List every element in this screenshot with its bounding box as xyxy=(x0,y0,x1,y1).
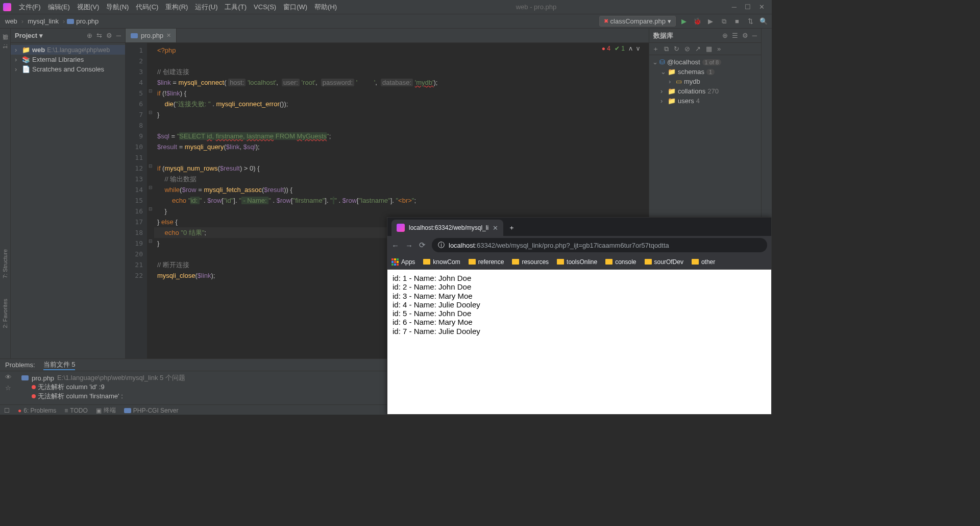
stop-icon[interactable]: ⊘ xyxy=(684,45,690,53)
db-users[interactable]: › 📁 users 4 xyxy=(652,96,758,106)
tree-path: E:\1.language\php\web xyxy=(47,46,110,54)
problems-tab-current-file[interactable]: 当前文件 5 xyxy=(43,360,76,370)
eye-icon[interactable]: 👁 xyxy=(5,373,17,381)
tree-item[interactable]: › 📄 Scratches and Consoles xyxy=(11,64,125,74)
tool-project[interactable]: 1:项目 xyxy=(2,44,9,49)
profiler-button[interactable]: ⧉ xyxy=(719,16,729,27)
app-logo-icon xyxy=(3,3,11,11)
bookmark-item[interactable]: knowCom xyxy=(423,258,460,266)
status-todo[interactable]: ≡ TODO xyxy=(64,407,87,414)
collapse-icon[interactable]: ⇆ xyxy=(96,32,102,39)
bookmark-item[interactable]: reference xyxy=(469,258,504,266)
count-badge: 1 xyxy=(706,69,715,75)
menu-item[interactable]: 重构(R) xyxy=(162,3,191,11)
breadcrumb-item[interactable]: mysql_link xyxy=(26,17,61,25)
run-button[interactable]: ▶ xyxy=(679,16,689,27)
menu-item[interactable]: 编辑(E) xyxy=(44,3,74,11)
browser-nav: ← → ⟳ ⓘ localhost:63342/web/mysql_link/p… xyxy=(387,236,771,254)
gutter: 12345678910111213141516171819202122 xyxy=(126,43,147,358)
folder-icon xyxy=(512,259,519,265)
status-php-cgi[interactable]: PHP-CGI Server xyxy=(124,407,179,414)
filter-icon[interactable]: ☰ xyxy=(732,32,738,39)
main-menu: 文件(F)编辑(E)视图(V)导航(N)代码(C)重构(R)运行(U)工具(T)… xyxy=(15,3,340,12)
more-icon[interactable]: » xyxy=(717,45,721,53)
editor-inspection-status[interactable]: ● 4 ✔ 1 ʌ v xyxy=(602,45,640,52)
db-schema-mydb[interactable]: › ▭ mydb xyxy=(652,77,758,86)
library-icon: 📚 xyxy=(22,56,30,63)
debug-button[interactable]: 🐞 xyxy=(692,16,702,27)
chevron-right-icon: › xyxy=(660,97,666,105)
add-icon[interactable]: ＋ xyxy=(652,44,659,54)
chevron-down-icon[interactable]: ▾ xyxy=(39,32,43,39)
gear-icon[interactable]: ⚙ xyxy=(742,32,748,39)
menu-item[interactable]: 视图(V) xyxy=(74,3,103,11)
vcs-button[interactable]: ⇅ xyxy=(745,16,755,27)
close-icon[interactable]: ✕ xyxy=(759,3,765,11)
minimize-icon[interactable]: ─ xyxy=(732,3,737,11)
tool-favorites[interactable]: 2: Favorites xyxy=(2,299,8,328)
menu-item[interactable]: 文件(F) xyxy=(15,3,44,11)
apps-icon xyxy=(391,258,399,266)
menu-item[interactable]: VCS(S) xyxy=(250,3,280,11)
new-tab-button[interactable]: ＋ xyxy=(503,220,520,236)
menu-item[interactable]: 运行(U) xyxy=(191,3,221,11)
close-tab-icon[interactable]: ✕ xyxy=(166,32,171,39)
close-tab-icon[interactable]: ✕ xyxy=(493,224,498,232)
tree-label: collations xyxy=(678,87,705,95)
hide-icon[interactable]: ─ xyxy=(752,32,757,39)
menu-item[interactable]: 代码(C) xyxy=(132,3,162,11)
folder-icon xyxy=(645,259,652,265)
locate-icon[interactable]: ⊕ xyxy=(722,32,728,39)
search-button[interactable]: 🔍 xyxy=(758,16,769,27)
bookmark-item[interactable]: Apps xyxy=(391,258,415,266)
jump-icon[interactable]: ↗ xyxy=(695,45,701,53)
reload-icon[interactable]: ⟳ xyxy=(419,241,426,250)
count-label: 270 xyxy=(707,87,719,95)
bookmark-item[interactable]: console xyxy=(605,258,636,266)
forward-icon[interactable]: → xyxy=(405,241,413,250)
bookmark-item[interactable]: sourOfDev xyxy=(645,258,683,266)
menu-item[interactable]: 工具(T) xyxy=(221,3,250,11)
breadcrumb-item[interactable]: pro.php xyxy=(74,17,101,25)
stop-button[interactable]: ■ xyxy=(732,16,742,27)
bookmark-item[interactable]: resources xyxy=(512,258,549,266)
run-config-selector[interactable]: ✖ classCompare.php ▾ xyxy=(599,16,676,27)
browser-tab-bar: localhost:63342/web/mysql_li ✕ ＋ xyxy=(387,218,771,236)
menu-item[interactable]: 导航(N) xyxy=(103,3,132,11)
chevron-right-icon: › xyxy=(15,46,20,54)
editor-tab[interactable]: pro.php ✕ xyxy=(126,29,177,42)
coverage-button[interactable]: ▶ xyxy=(705,16,716,27)
tree-root[interactable]: › 📁 web E:\1.language\php\web xyxy=(11,45,125,55)
db-host[interactable]: ⌄ ⛁ @localhost 1 of 8 xyxy=(652,57,758,67)
bookmark-item[interactable]: other xyxy=(692,258,715,266)
table-icon[interactable]: ▦ xyxy=(706,45,712,53)
maximize-icon[interactable]: ☐ xyxy=(745,3,751,11)
menu-item[interactable]: 帮助(H) xyxy=(311,3,340,11)
output-line: id: 5 - Name: John Doe xyxy=(393,309,766,318)
refresh-icon[interactable]: ↻ xyxy=(674,45,679,53)
locate-icon[interactable]: ⊕ xyxy=(87,32,92,39)
folder-icon: 📁 xyxy=(668,68,676,76)
chevron-right-icon: › xyxy=(61,17,67,25)
db-host-label: @localhost xyxy=(667,58,700,66)
star-icon[interactable]: ☆ xyxy=(5,384,17,392)
tree-label: users xyxy=(678,97,694,105)
tool-structure[interactable]: 7: Structure xyxy=(2,249,8,278)
address-bar[interactable]: ⓘ localhost:63342/web/mysql_link/pro.php… xyxy=(432,238,767,252)
status-problems[interactable]: ●6: Problems xyxy=(18,407,56,414)
gear-icon[interactable]: ⚙ xyxy=(106,32,112,39)
breadcrumb-item[interactable]: web xyxy=(3,17,19,25)
db-collations[interactable]: › 📁 collations 270 xyxy=(652,86,758,96)
bookmark-item[interactable]: toolsOnline xyxy=(557,258,597,266)
nav-bar: web › mysql_link › pro.php ✖ classCompar… xyxy=(0,14,772,29)
browser-tab[interactable]: localhost:63342/web/mysql_li ✕ xyxy=(391,220,503,236)
tree-item[interactable]: › 📚 External Libraries xyxy=(11,55,125,64)
menu-item[interactable]: 窗口(W) xyxy=(280,3,311,11)
back-icon[interactable]: ← xyxy=(391,241,399,250)
status-terminal[interactable]: ▣ 终端 xyxy=(96,406,116,415)
fold-column: ⊟⊟⊟⊟⊟⊟ xyxy=(147,43,154,358)
window-icon[interactable]: ☐ xyxy=(4,407,10,414)
hide-icon[interactable]: ─ xyxy=(116,32,121,39)
copy-icon[interactable]: ⧉ xyxy=(664,45,669,53)
db-schemas[interactable]: ⌄ 📁 schemas 1 xyxy=(652,67,758,77)
